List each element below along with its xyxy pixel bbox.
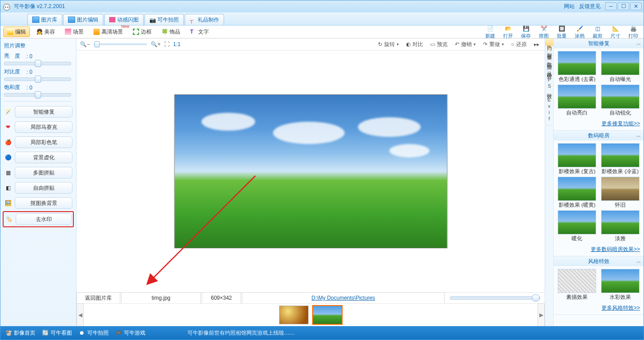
vtab-smart[interactable]: 智能修复 <box>545 46 553 55</box>
link-website[interactable]: 网站 <box>564 3 575 10</box>
subtab-hdscene[interactable]: 高清场景New <box>90 27 127 37</box>
slider-thumb[interactable] <box>35 91 41 98</box>
tab-gif[interactable]: 动感闪图 <box>104 14 144 25</box>
btn-preview[interactable]: ▭预览 <box>428 41 449 48</box>
game-icon: 🎮 <box>115 329 122 336</box>
effect-warm-yellow[interactable]: 影楼效果 (暖黄) <box>556 177 598 208</box>
maximize-button[interactable]: ☐ <box>618 2 629 10</box>
fit-screen-icon[interactable]: ⛶ <box>164 41 169 47</box>
subtab-decor[interactable]: 🍀饰品 <box>158 27 184 37</box>
zoom-in-icon[interactable]: 🔍+ <box>151 41 161 47</box>
decor-icon: 🍀 <box>161 29 168 35</box>
effect-auto-exposure[interactable]: 自动曝光 <box>600 51 641 83</box>
tab-edit[interactable]: 图片编辑 <box>63 14 103 25</box>
section-style-fx[interactable]: 风格特效︽ <box>554 256 644 266</box>
bb-view[interactable]: 🔄可牛看图 <box>42 329 72 337</box>
text-icon: T <box>190 29 196 35</box>
slider-thumb[interactable] <box>35 76 41 83</box>
section-smart-repair[interactable]: 智能修复︽ <box>554 38 644 48</box>
slider-contrast[interactable] <box>4 77 71 81</box>
more-repair-link[interactable]: 更多修复功能>> <box>554 119 644 130</box>
btn-size[interactable]: 📐尺寸 <box>608 25 623 39</box>
btn-print[interactable]: 🖨️打印 <box>626 25 641 39</box>
section-darkroom[interactable]: 数码暗房︽ <box>554 131 644 140</box>
slider-saturation[interactable] <box>4 93 71 97</box>
btn-new[interactable]: 📄新建 <box>483 25 498 39</box>
effect-elegant[interactable]: 淡雅 <box>600 210 641 242</box>
btn-rotate[interactable]: ↻旋转▾ <box>376 41 401 48</box>
btn-open[interactable]: 📂打开 <box>500 25 516 39</box>
vtab-darkroom[interactable]: 数码暗房 <box>545 55 553 65</box>
subtab-frame[interactable]: 边框 <box>129 27 155 37</box>
vtab-hot[interactable]: 热门 <box>545 38 553 46</box>
cow-icon: 🐮 <box>5 329 12 336</box>
zoom-out-icon[interactable]: 🔍− <box>80 41 90 47</box>
effect-nostalgic[interactable]: 怀旧 <box>600 177 641 208</box>
lp-smart-repair[interactable]: 智能修复 <box>15 106 72 118</box>
btn-save[interactable]: 💾保存 <box>518 25 534 39</box>
collage-icon: ◧ <box>4 184 12 192</box>
tab-gallery[interactable]: 图片库 <box>27 14 62 25</box>
lp-mosaic[interactable]: 局部马赛克 <box>15 121 72 133</box>
effect-retro[interactable]: 影楼效果 (复古) <box>556 143 598 175</box>
app-window: 可牛影像 v2.7.2.2001 网站 反馈意见 ─ ☐ ✕ 图片库 图片编辑 … <box>0 0 644 340</box>
bb-home[interactable]: 🐮影像首页 <box>5 329 35 337</box>
status-path[interactable]: D:\My Documents\Pictures <box>242 292 445 304</box>
bb-game[interactable]: 🎮可牛游戏 <box>115 329 145 337</box>
btn-back-to-gallery[interactable]: 返回图片库 <box>76 292 120 304</box>
vtab-ps[interactable]: PS特效 <box>545 74 553 94</box>
effect-auto-whiten[interactable]: 自动亮白 <box>556 85 598 116</box>
btn-redo[interactable]: ↷重做▾ <box>481 41 506 48</box>
subtab-beauty[interactable]: 👧美容 <box>33 27 59 37</box>
minimize-button[interactable]: ─ <box>605 2 617 10</box>
subtab-edit[interactable]: 编辑 <box>3 26 30 37</box>
btn-undo[interactable]: ↶撤销▾ <box>453 41 478 48</box>
btn-doodle[interactable]: 🖌️涂鸦 <box>572 25 587 39</box>
effect-dehaze[interactable]: 色彩通透 (去雾) <box>556 51 598 83</box>
btn-collapse-right[interactable]: ▸▸ <box>532 41 541 47</box>
btn-batch[interactable]: 🔲批量 <box>554 25 569 39</box>
slider-thumb[interactable] <box>532 294 540 302</box>
btn-restore[interactable]: ○还原 <box>509 41 529 48</box>
main-tabs: 图片库 图片编辑 动感闪图 📷可牛拍照 ┬礼品制作 <box>0 12 644 26</box>
lp-multi-collage[interactable]: 多图拼贴 <box>15 167 72 178</box>
lp-blur-bg[interactable]: 背景虚化 <box>15 152 72 163</box>
filmstrip-prev[interactable]: ◀ <box>76 303 84 327</box>
btn-crop[interactable]: ◫裁剪 <box>590 25 605 39</box>
thumbnail-2-selected[interactable] <box>312 305 343 325</box>
close-button[interactable]: ✕ <box>630 2 642 10</box>
zoom-slider[interactable] <box>93 43 147 45</box>
slider-brightness[interactable] <box>4 62 71 65</box>
status-row: 返回图片库 timg.jpg 609×342 D:\My Documents\P… <box>76 292 545 303</box>
canvas[interactable] <box>76 51 545 292</box>
vtab-exif[interactable]: Exif <box>545 94 553 125</box>
lp-remove-watermark[interactable]: 去水印 <box>16 213 72 225</box>
effect-auto-sharpen[interactable]: 自动锐化 <box>600 85 641 116</box>
bb-camera[interactable]: ⏺可牛拍照 <box>78 329 109 337</box>
lp-free-collage[interactable]: 自由拼贴 <box>15 182 72 194</box>
tab-gift[interactable]: ┬礼品制作 <box>185 14 224 25</box>
thumbnail-1[interactable] <box>279 306 309 324</box>
slider-thumb[interactable] <box>35 60 41 67</box>
more-darkroom-link[interactable]: 更多数码暗房效果>> <box>554 245 644 256</box>
vtab-style[interactable]: 风格特效 <box>545 65 553 74</box>
new-tag: New <box>121 24 129 29</box>
tab-camera[interactable]: 📷可牛拍照 <box>144 14 184 25</box>
lp-cutout-bg[interactable]: 抠图换背景 <box>15 197 72 209</box>
slider-thumb[interactable] <box>94 41 100 47</box>
effect-cool-blue[interactable]: 影楼效果 (冷蓝) <box>600 143 641 175</box>
subtab-scene[interactable]: 场景 <box>61 27 87 37</box>
one-to-one[interactable]: 1:1 <box>173 41 181 47</box>
btn-cutout[interactable]: ✂️抠图 <box>536 25 551 39</box>
effect-watercolor[interactable]: 水彩效果 <box>600 269 641 301</box>
subtab-text[interactable]: T文字 <box>186 27 212 37</box>
link-feedback[interactable]: 反馈意见 <box>579 3 601 10</box>
navigator-slider[interactable] <box>450 296 540 300</box>
more-style-link[interactable]: 更多风格特效>> <box>554 303 644 314</box>
filmstrip-next[interactable]: ▶ <box>538 303 545 327</box>
effect-sketch[interactable]: 素描效果 <box>556 269 598 301</box>
lp-colorpen[interactable]: 局部彩色笔 <box>15 136 72 148</box>
effect-warm[interactable]: 暖化 <box>556 210 598 242</box>
btn-compare[interactable]: ◐对比 <box>404 41 425 48</box>
titlebar: 可牛影像 v2.7.2.2001 网站 反馈意见 ─ ☐ ✕ <box>0 0 644 12</box>
